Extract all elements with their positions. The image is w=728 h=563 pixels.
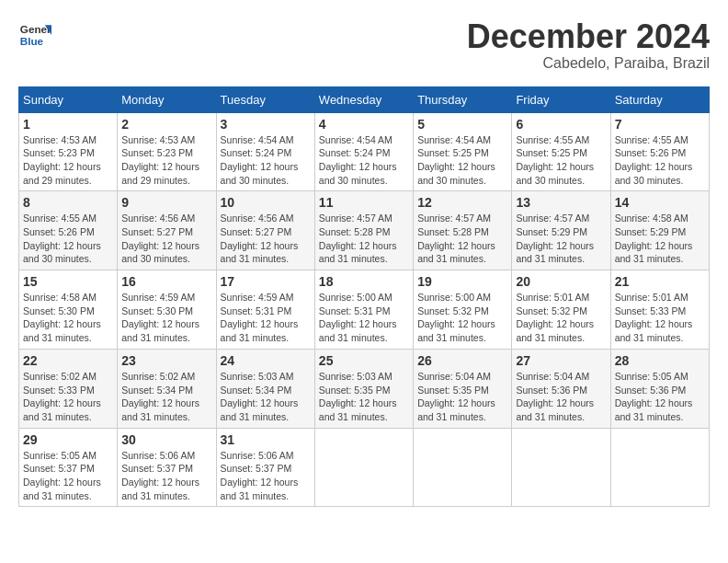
day-number: 8: [23, 195, 113, 210]
calendar-cell: 2Sunrise: 4:53 AM Sunset: 5:23 PM Daylig…: [118, 112, 216, 191]
calendar-cell: 13Sunrise: 4:57 AM Sunset: 5:29 PM Dayli…: [512, 191, 610, 270]
day-info: Sunrise: 5:02 AM Sunset: 5:34 PM Dayligh…: [121, 370, 211, 424]
day-info: Sunrise: 4:58 AM Sunset: 5:29 PM Dayligh…: [615, 212, 705, 266]
calendar-cell: 25Sunrise: 5:03 AM Sunset: 5:35 PM Dayli…: [314, 349, 413, 428]
day-number: 2: [121, 117, 211, 132]
day-info: Sunrise: 4:54 AM Sunset: 5:24 PM Dayligh…: [319, 133, 409, 188]
weekday-header-wednesday: Wednesday: [314, 86, 413, 112]
day-number: 23: [121, 353, 211, 368]
calendar-cell: 21Sunrise: 5:01 AM Sunset: 5:33 PM Dayli…: [610, 270, 709, 350]
calendar-cell: 31Sunrise: 5:06 AM Sunset: 5:37 PM Dayli…: [216, 428, 314, 507]
weekday-header-thursday: Thursday: [414, 86, 512, 112]
day-info: Sunrise: 4:57 AM Sunset: 5:28 PM Dayligh…: [319, 212, 409, 266]
day-info: Sunrise: 5:06 AM Sunset: 5:37 PM Dayligh…: [121, 449, 211, 503]
day-info: Sunrise: 4:54 AM Sunset: 5:24 PM Dayligh…: [221, 133, 311, 188]
day-number: 27: [516, 353, 606, 368]
day-number: 29: [23, 432, 113, 447]
calendar-cell: 14Sunrise: 4:58 AM Sunset: 5:29 PM Dayli…: [610, 191, 709, 270]
day-info: Sunrise: 5:02 AM Sunset: 5:33 PM Dayligh…: [23, 370, 113, 424]
day-number: 24: [221, 353, 311, 368]
calendar-cell: 18Sunrise: 5:00 AM Sunset: 5:31 PM Dayli…: [314, 270, 413, 350]
day-info: Sunrise: 4:59 AM Sunset: 5:31 PM Dayligh…: [221, 291, 311, 345]
day-number: 31: [221, 432, 311, 447]
day-info: Sunrise: 5:03 AM Sunset: 5:34 PM Dayligh…: [221, 370, 311, 424]
calendar-cell: 20Sunrise: 5:01 AM Sunset: 5:32 PM Dayli…: [512, 270, 610, 350]
day-number: 19: [417, 274, 507, 289]
calendar-cell: 5Sunrise: 4:54 AM Sunset: 5:25 PM Daylig…: [414, 112, 512, 191]
weekday-header-tuesday: Tuesday: [216, 86, 314, 112]
day-number: 14: [615, 195, 705, 210]
calendar-cell: 7Sunrise: 4:55 AM Sunset: 5:26 PM Daylig…: [610, 112, 709, 191]
calendar-cell: 15Sunrise: 4:58 AM Sunset: 5:30 PM Dayli…: [19, 270, 118, 350]
day-info: Sunrise: 5:01 AM Sunset: 5:33 PM Dayligh…: [615, 291, 705, 345]
weekday-header-monday: Monday: [118, 86, 216, 112]
day-number: 22: [23, 353, 113, 368]
calendar-body: 1Sunrise: 4:53 AM Sunset: 5:23 PM Daylig…: [19, 112, 710, 507]
calendar-cell: [610, 428, 709, 507]
calendar-cell: 11Sunrise: 4:57 AM Sunset: 5:28 PM Dayli…: [314, 191, 413, 270]
day-info: Sunrise: 4:55 AM Sunset: 5:26 PM Dayligh…: [23, 212, 113, 266]
day-info: Sunrise: 4:57 AM Sunset: 5:28 PM Dayligh…: [417, 212, 507, 266]
day-info: Sunrise: 5:05 AM Sunset: 5:36 PM Dayligh…: [615, 370, 705, 424]
calendar-cell: 6Sunrise: 4:55 AM Sunset: 5:25 PM Daylig…: [512, 112, 610, 191]
title-block: December 2024 Cabedelo, Paraiba, Brazil: [467, 18, 710, 72]
day-info: Sunrise: 4:58 AM Sunset: 5:30 PM Dayligh…: [23, 291, 113, 345]
calendar-table: SundayMondayTuesdayWednesdayThursdayFrid…: [18, 86, 710, 508]
page-header: General Blue December 2024 Cabedelo, Par…: [18, 18, 710, 72]
calendar-week-4: 22Sunrise: 5:02 AM Sunset: 5:33 PM Dayli…: [19, 349, 710, 428]
day-info: Sunrise: 5:00 AM Sunset: 5:31 PM Dayligh…: [319, 291, 409, 345]
weekday-header-saturday: Saturday: [610, 86, 709, 112]
svg-text:General: General: [20, 23, 51, 35]
calendar-cell: [314, 428, 413, 507]
calendar-cell: 22Sunrise: 5:02 AM Sunset: 5:33 PM Dayli…: [19, 349, 118, 428]
day-number: 30: [121, 432, 211, 447]
day-info: Sunrise: 4:56 AM Sunset: 5:27 PM Dayligh…: [121, 212, 211, 266]
calendar-cell: 4Sunrise: 4:54 AM Sunset: 5:24 PM Daylig…: [314, 112, 413, 191]
location-subtitle: Cabedelo, Paraiba, Brazil: [467, 55, 710, 72]
day-number: 28: [615, 353, 705, 368]
calendar-week-2: 8Sunrise: 4:55 AM Sunset: 5:26 PM Daylig…: [19, 191, 710, 270]
calendar-cell: [414, 428, 512, 507]
day-number: 12: [417, 195, 507, 210]
calendar-header-row: SundayMondayTuesdayWednesdayThursdayFrid…: [19, 86, 710, 112]
day-number: 7: [615, 117, 705, 132]
day-info: Sunrise: 4:53 AM Sunset: 5:23 PM Dayligh…: [23, 133, 113, 188]
calendar-cell: 3Sunrise: 4:54 AM Sunset: 5:24 PM Daylig…: [216, 112, 314, 191]
day-info: Sunrise: 4:59 AM Sunset: 5:30 PM Dayligh…: [121, 291, 211, 345]
calendar-cell: 23Sunrise: 5:02 AM Sunset: 5:34 PM Dayli…: [118, 349, 216, 428]
calendar-cell: 1Sunrise: 4:53 AM Sunset: 5:23 PM Daylig…: [19, 112, 118, 191]
day-number: 26: [417, 353, 507, 368]
weekday-header-friday: Friday: [512, 86, 610, 112]
day-number: 17: [221, 274, 311, 289]
calendar-cell: [512, 428, 610, 507]
calendar-cell: 12Sunrise: 4:57 AM Sunset: 5:28 PM Dayli…: [414, 191, 512, 270]
svg-text:Blue: Blue: [20, 35, 44, 47]
day-info: Sunrise: 5:05 AM Sunset: 5:37 PM Dayligh…: [23, 449, 113, 503]
day-number: 10: [221, 195, 311, 210]
day-number: 1: [23, 117, 113, 132]
calendar-cell: 17Sunrise: 4:59 AM Sunset: 5:31 PM Dayli…: [216, 270, 314, 350]
calendar-cell: 19Sunrise: 5:00 AM Sunset: 5:32 PM Dayli…: [414, 270, 512, 350]
calendar-cell: 10Sunrise: 4:56 AM Sunset: 5:27 PM Dayli…: [216, 191, 314, 270]
calendar-week-1: 1Sunrise: 4:53 AM Sunset: 5:23 PM Daylig…: [19, 112, 710, 191]
day-info: Sunrise: 5:04 AM Sunset: 5:35 PM Dayligh…: [417, 370, 507, 424]
calendar-cell: 9Sunrise: 4:56 AM Sunset: 5:27 PM Daylig…: [118, 191, 216, 270]
calendar-cell: 27Sunrise: 5:04 AM Sunset: 5:36 PM Dayli…: [512, 349, 610, 428]
calendar-cell: 29Sunrise: 5:05 AM Sunset: 5:37 PM Dayli…: [19, 428, 118, 507]
day-number: 11: [319, 195, 409, 210]
day-info: Sunrise: 5:00 AM Sunset: 5:32 PM Dayligh…: [417, 291, 507, 345]
day-number: 3: [221, 117, 311, 132]
calendar-week-5: 29Sunrise: 5:05 AM Sunset: 5:37 PM Dayli…: [19, 428, 710, 507]
calendar-cell: 24Sunrise: 5:03 AM Sunset: 5:34 PM Dayli…: [216, 349, 314, 428]
day-info: Sunrise: 5:03 AM Sunset: 5:35 PM Dayligh…: [319, 370, 409, 424]
weekday-header-sunday: Sunday: [19, 86, 118, 112]
calendar-cell: 16Sunrise: 4:59 AM Sunset: 5:30 PM Dayli…: [118, 270, 216, 350]
day-number: 21: [615, 274, 705, 289]
day-info: Sunrise: 4:56 AM Sunset: 5:27 PM Dayligh…: [221, 212, 311, 266]
day-info: Sunrise: 5:04 AM Sunset: 5:36 PM Dayligh…: [516, 370, 606, 424]
calendar-cell: 30Sunrise: 5:06 AM Sunset: 5:37 PM Dayli…: [118, 428, 216, 507]
day-info: Sunrise: 4:55 AM Sunset: 5:26 PM Dayligh…: [615, 133, 705, 188]
day-info: Sunrise: 4:55 AM Sunset: 5:25 PM Dayligh…: [516, 133, 606, 188]
day-info: Sunrise: 4:54 AM Sunset: 5:25 PM Dayligh…: [417, 133, 507, 188]
day-info: Sunrise: 4:53 AM Sunset: 5:23 PM Dayligh…: [121, 133, 211, 188]
